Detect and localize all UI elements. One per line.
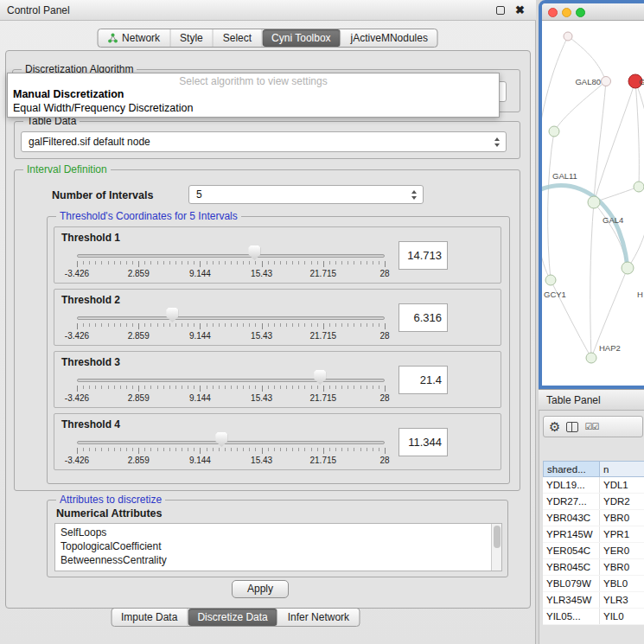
table-cell[interactable]: YDL1: [600, 477, 644, 493]
threshold-value-field[interactable]: 21.4: [399, 366, 448, 394]
threshold-value-field[interactable]: 6.316: [399, 303, 448, 332]
network-canvas[interactable]: GAL80 GAL11 GAL4 GCY1 HAP2 GA H: [542, 21, 644, 386]
attributes-scrollbar[interactable]: [491, 524, 501, 571]
tab-infer-network[interactable]: Infer Network: [278, 609, 359, 626]
table-cell[interactable]: YBR043C: [543, 510, 600, 526]
table-row[interactable]: YBL079WYBL0: [543, 576, 644, 592]
tab-select[interactable]: Select: [214, 29, 262, 47]
network-node[interactable]: [545, 275, 556, 285]
algorithm-option-manual[interactable]: Manual Discretization: [8, 87, 499, 101]
control-panel-tabs: Network Style Select Cyni Toolbox jActiv…: [97, 29, 438, 48]
column-header-name[interactable]: n: [600, 461, 644, 477]
table-row[interactable]: YPR145WYPR1: [543, 526, 644, 543]
slider-scale-label: 21.715: [310, 331, 337, 341]
table-row[interactable]: YIL05...YIL0: [543, 609, 644, 625]
spinner-stepper-icon[interactable]: [408, 186, 420, 203]
float-window-icon[interactable]: [496, 6, 505, 15]
slider-scale-label: 28: [379, 456, 389, 465]
threshold-row: Threshold 2 -3.4262.8599.14415.4321.7152…: [54, 289, 501, 346]
node-label: GAL11: [552, 171, 577, 181]
tab-jactivemnodules[interactable]: jActiveMNodules: [341, 29, 437, 47]
table-cell[interactable]: YBL0: [600, 576, 644, 591]
slider-scale-label: 9.144: [189, 331, 211, 341]
algorithm-option-equal-width[interactable]: Equal Width/Frequency Discretization: [8, 101, 499, 115]
tab-label: Style: [180, 32, 203, 44]
slider-scale-label: 9.144: [189, 393, 211, 403]
highlighted-edge[interactable]: [542, 186, 628, 268]
node-table: shared... n YDL19...YDL1YDR27...YDR2YBR0…: [543, 461, 644, 625]
network-node[interactable]: [602, 77, 611, 86]
table-cell[interactable]: YBR0: [600, 559, 644, 575]
table-cell[interactable]: YER054C: [543, 543, 600, 558]
network-node[interactable]: [564, 32, 572, 41]
table-cell[interactable]: YIL05...: [543, 609, 600, 624]
slider-track[interactable]: [77, 441, 385, 444]
table-row[interactable]: YBR045CYBR0: [543, 559, 644, 576]
zoom-traffic-light-icon[interactable]: [576, 8, 585, 17]
table-cell[interactable]: YBR045C: [543, 559, 600, 575]
table-row[interactable]: YLR345WYLR3: [543, 592, 644, 609]
table-cell[interactable]: YLR3: [600, 592, 644, 608]
slider-scale-label: 28: [379, 269, 389, 278]
slider-thumb[interactable]: [166, 308, 178, 322]
table-row[interactable]: YDR27...YDR2: [543, 494, 644, 510]
network-node[interactable]: [549, 126, 559, 137]
apply-button[interactable]: Apply: [232, 580, 289, 598]
table-cell[interactable]: YBR0: [600, 510, 644, 526]
network-node[interactable]: [622, 262, 634, 274]
table-data-combobox[interactable]: galFiltered.sif default node: [21, 131, 507, 152]
slider-scale-label: 21.715: [310, 269, 337, 278]
slider-thumb[interactable]: [248, 245, 260, 260]
number-of-intervals-spinner[interactable]: 5: [188, 185, 424, 204]
column-header-shared[interactable]: shared...: [543, 461, 600, 477]
minimize-traffic-light-icon[interactable]: [562, 8, 571, 17]
table-body: YDL19...YDL1YDR27...YDR2YBR043CYBR0YPR14…: [543, 477, 644, 625]
table-cell[interactable]: YBL079W: [543, 576, 600, 591]
tab-network[interactable]: Network: [98, 29, 170, 47]
panel-title: Control Panel: [7, 4, 70, 16]
table-row[interactable]: YER054CYER0: [543, 543, 644, 559]
slider-major-ticks: [77, 386, 386, 392]
network-node[interactable]: [586, 353, 596, 363]
slider-thumb[interactable]: [314, 370, 326, 385]
table-cell[interactable]: YDR2: [600, 494, 644, 509]
group-title: Interval Definition: [23, 163, 111, 175]
select-columns-icon[interactable]: ☑☑: [584, 422, 598, 431]
slider-track[interactable]: [77, 254, 385, 258]
attribute-list-item[interactable]: BetweennessCentrality: [61, 553, 489, 567]
table-row[interactable]: YBR043CYBR0: [543, 510, 644, 526]
attribute-list-item[interactable]: TopologicalCoefficient: [61, 539, 489, 553]
slider-major-ticks: [77, 261, 386, 267]
table-cell[interactable]: YDL19...: [543, 477, 600, 493]
table-row[interactable]: YDL19...YDL1: [543, 477, 644, 494]
slider-scale-label: 28: [379, 331, 389, 341]
tab-cyni-toolbox[interactable]: Cyni Toolbox: [262, 29, 341, 47]
threshold-value-field[interactable]: 11.344: [399, 428, 448, 456]
table-cell[interactable]: YLR345W: [543, 592, 600, 608]
threshold-value-field[interactable]: 14.713: [399, 241, 448, 270]
tab-discretize-data[interactable]: Discretize Data: [188, 609, 277, 626]
threshold-row: Threshold 4 -3.4262.8599.14415.4321.7152…: [54, 413, 501, 470]
attribute-list-item[interactable]: SelfLoops: [61, 526, 489, 539]
table-cell[interactable]: YPR145W: [543, 526, 600, 542]
slider-scale-label: 15.43: [251, 269, 272, 278]
slider-track[interactable]: [77, 379, 385, 382]
close-traffic-light-icon[interactable]: [548, 8, 558, 17]
slider-track[interactable]: [77, 316, 385, 320]
slider-thumb[interactable]: [215, 432, 227, 447]
table-cell[interactable]: YER0: [600, 543, 644, 558]
columns-icon[interactable]: [566, 422, 578, 432]
network-node[interactable]: [634, 182, 644, 192]
network-view-window[interactable]: GAL80 GAL11 GAL4 GCY1 HAP2 GA H: [539, 0, 644, 389]
slider-scale-label: 15.43: [251, 456, 272, 465]
table-cell[interactable]: YIL0: [600, 609, 644, 624]
numerical-attributes-list[interactable]: SelfLoopsTopologicalCoefficientBetweenne…: [54, 523, 502, 571]
tab-style[interactable]: Style: [170, 29, 214, 47]
close-icon[interactable]: ✖: [515, 3, 525, 16]
table-cell[interactable]: YDR27...: [543, 494, 600, 509]
network-node[interactable]: [588, 196, 600, 208]
gear-icon[interactable]: ⚙: [549, 420, 560, 433]
table-cell[interactable]: YPR1: [600, 526, 644, 542]
tab-impute-data[interactable]: Impute Data: [112, 609, 188, 626]
combo-stepper-icon[interactable]: [491, 132, 503, 151]
